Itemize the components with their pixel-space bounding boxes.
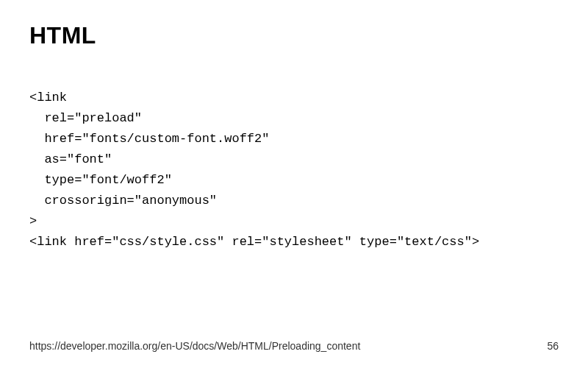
page-number: 56	[547, 340, 559, 352]
slide-footer: https://developer.mozilla.org/en-US/docs…	[29, 340, 559, 352]
footer-url: https://developer.mozilla.org/en-US/docs…	[29, 340, 360, 352]
slide-title: HTML	[29, 22, 559, 49]
code-block: <link rel="preload" href="fonts/custom-f…	[29, 88, 559, 252]
slide: HTML <link rel="preload" href="fonts/cus…	[0, 0, 588, 368]
